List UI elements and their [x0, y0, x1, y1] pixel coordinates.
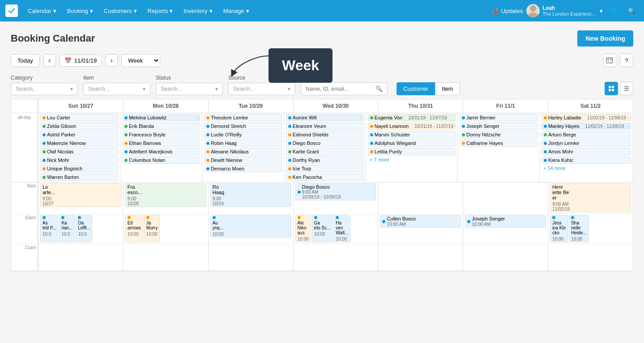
list-item[interactable]: Francesco Boyle	[122, 131, 200, 138]
time-cell-sat-9: Henriette Beer 9:00 AM11/02/19	[548, 182, 633, 214]
list-item[interactable]: Henriette Beer 9:00 AM11/02/19	[550, 183, 631, 212]
list-item[interactable]: Fraesco... 9:0010/28	[125, 183, 206, 207]
list-item[interactable]: Karian...10:0	[59, 215, 75, 242]
calendar-grid-icon[interactable]	[603, 54, 616, 67]
list-item[interactable]: Amos Mohr	[542, 148, 631, 155]
list-item[interactable]: Catharine Hayes	[460, 140, 537, 147]
list-item[interactable]: AleNikoaus10:00	[295, 215, 311, 242]
list-item[interactable]: DaLeffl...10:0	[76, 215, 92, 242]
list-item[interactable]: Ethan Barrows	[122, 140, 200, 147]
list-item[interactable]: Manley Hayes11/02/19 - 11/08/19›	[542, 123, 631, 130]
list-item[interactable]: Letitia Purdy	[368, 148, 456, 155]
list-item[interactable]: Zelda Gibson	[40, 123, 118, 130]
nav-inventory[interactable]: Inventory ▾	[179, 5, 217, 17]
list-item[interactable]: Eugenia Von10/31/19 - 11/07/19	[368, 114, 456, 121]
item-filter[interactable]: Search... ▾	[83, 83, 150, 95]
category-filter[interactable]: Search... ▾	[11, 83, 78, 95]
view-selector[interactable]: Week Day Month Agenda	[121, 54, 160, 67]
list-item[interactable]: Loarte... 9:0010/27	[40, 183, 121, 207]
list-item[interactable]: HavenWalt...10:00	[333, 215, 350, 242]
more-link-thu[interactable]: + 7 more	[368, 157, 456, 163]
list-item[interactable]: Robin Haag	[204, 140, 282, 147]
list-item[interactable]: Ken Pacocha	[286, 174, 364, 181]
new-booking-button[interactable]: New Booking	[577, 30, 633, 47]
today-button[interactable]: Today	[11, 54, 40, 67]
customer-toggle-button[interactable]: Customer	[397, 82, 435, 95]
grid-view-button[interactable]	[605, 82, 618, 95]
list-item[interactable]: Makenzie Nienow	[40, 140, 118, 147]
list-item[interactable]: Cullen Bosco10:00 AM	[380, 215, 461, 228]
nav-customers[interactable]: Customers ▾	[99, 5, 141, 17]
nav-calendar[interactable]: Calendar ▾	[23, 5, 61, 17]
nav-reports[interactable]: Reports ▾	[143, 5, 178, 17]
list-item[interactable]: Alexane Nikolaus	[204, 148, 282, 155]
list-item[interactable]: Lucile O'Reilly	[204, 131, 282, 138]
list-item[interactable]: Jessica Klocko10:00	[550, 215, 568, 242]
list-item[interactable]: Columbus Nolan	[122, 157, 200, 164]
list-item[interactable]: Joseph Senger	[460, 123, 537, 130]
list-item[interactable]: Demond Streich	[204, 123, 282, 130]
list-item[interactable]: Olaf Nicolas	[40, 148, 118, 155]
svg-rect-6	[609, 86, 611, 88]
list-item[interactable]: Etlarrows10:00	[125, 215, 143, 242]
list-item[interactable]: Dorthy Ryan	[286, 157, 364, 164]
list-item[interactable]: Arturo Berge	[542, 131, 631, 138]
help-icon[interactable]: ?	[620, 54, 633, 67]
list-item[interactable]: ShanelleHeide...10:00	[569, 215, 589, 242]
list-item[interactable]: Lou Carter	[40, 114, 118, 121]
list-item[interactable]: Donny Nitzsche	[460, 131, 537, 138]
nav-manage[interactable]: Manage ▾	[219, 5, 254, 17]
search-button[interactable]: 🔍	[624, 4, 639, 18]
list-item[interactable]: Joseph Senger10:00 AM	[465, 215, 546, 228]
list-item[interactable]: Eleanore Veum	[286, 123, 364, 130]
list-item[interactable]: JaMurry10:00	[144, 215, 160, 242]
list-item[interactable]: Karlie Grant	[286, 148, 364, 155]
item-toggle-button[interactable]: Item	[435, 82, 460, 95]
status-filter[interactable]: Search... ▾	[156, 83, 223, 95]
list-item[interactable]: Diego Bosco 9:00 AM10/30/19 - 10/30/19	[295, 183, 376, 200]
more-link-sat[interactable]: + 14 more	[542, 165, 631, 171]
next-button[interactable]: ›	[105, 54, 118, 67]
app-logo[interactable]	[5, 4, 18, 17]
list-view-button[interactable]	[620, 82, 633, 95]
list-item[interactable]: Icie Torp	[286, 165, 364, 172]
globe-button[interactable]: 🌐	[606, 4, 621, 18]
list-item[interactable]: Jordyn Lemke	[542, 140, 631, 147]
list-item[interactable]: Erik Blanda	[122, 123, 200, 130]
list-item[interactable]: Kiera Kuhic	[542, 157, 631, 164]
user-menu[interactable]: Leah The London Experienc... ▾	[526, 4, 603, 17]
list-item[interactable]: Gaeto Sc...10:00	[312, 215, 333, 242]
list-item[interactable]: Aurore Will›	[286, 114, 364, 121]
search-input[interactable]	[306, 86, 373, 92]
date-picker[interactable]: 📅 11/01/19	[60, 55, 102, 67]
updates-button[interactable]: 📣 Updates	[492, 8, 523, 14]
prev-button[interactable]: ‹	[43, 54, 56, 67]
calendar-header: Sun 10/27 Mon 10/28 Tue 10/29 Wed 10/30 …	[11, 99, 633, 113]
list-item[interactable]: RoHaag 9:0010/29	[210, 183, 291, 207]
search-wrapper[interactable]: 🔍	[301, 82, 388, 95]
list-item[interactable]: Adelbert Macejkovic	[122, 148, 200, 155]
svg-rect-7	[612, 86, 614, 88]
time-cell-fri-11	[463, 244, 548, 271]
list-item[interactable]: Warren Barton	[40, 174, 118, 181]
customer-item-toggle: Customer Item	[397, 82, 460, 95]
list-item[interactable]: Unique Bogisich	[40, 165, 118, 172]
list-item[interactable]: Dewitt Nienow	[204, 157, 282, 164]
list-item[interactable]: Astrid P...10:0	[40, 215, 58, 242]
list-item[interactable]: Astrid Parker	[40, 131, 118, 138]
list-item[interactable]: Adolphus Wiegand	[368, 140, 456, 147]
list-item[interactable]: Melvina Lubowitz›	[122, 114, 200, 121]
list-item[interactable]: Demarco Moen	[204, 165, 282, 172]
list-item[interactable]: Diego Bosco	[286, 140, 364, 147]
list-item[interactable]: Marvin Schuster	[368, 131, 456, 138]
list-item[interactable]: Nick Mohr	[40, 157, 118, 164]
list-item[interactable]: Theodore Lemke	[204, 114, 282, 121]
list-item[interactable]: Nayeli Leannon10/31/19 - 11/07/19	[368, 123, 456, 130]
list-item[interactable]: Auyna...10:00	[210, 215, 291, 237]
nav-booking[interactable]: Booking ▾	[63, 5, 98, 17]
list-item[interactable]: Harley Labadie11/02/19 - 11/08/19›	[542, 114, 631, 121]
list-item[interactable]: Jamir Bernier	[460, 114, 537, 121]
page-header: Booking Calendar New Booking	[11, 30, 633, 47]
source-filter[interactable]: Search... ▾	[228, 83, 295, 95]
list-item[interactable]: Edmond Shields	[286, 131, 364, 138]
